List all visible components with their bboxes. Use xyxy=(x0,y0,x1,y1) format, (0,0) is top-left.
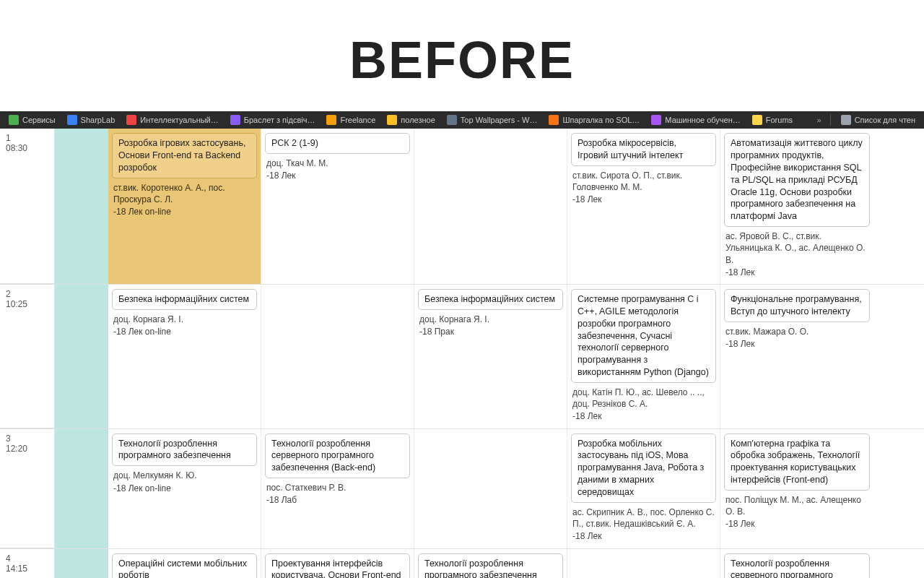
lesson-title-card: РСК 2 (1-9) xyxy=(265,133,410,154)
schedule-cell[interactable]: Безпека інформаційних систем доц. Корнаг… xyxy=(414,285,567,428)
lesson-teacher: пос. Поліщук М. М., ас. Алещенко О. В. xyxy=(724,493,870,517)
bookmark-label: Freelance xyxy=(340,116,375,124)
schedule-cell[interactable]: Функціональне програмування, Вступ до шт… xyxy=(720,285,873,428)
schedule-cell[interactable] xyxy=(414,129,567,284)
bookmark-label: Forums xyxy=(766,116,793,124)
period-ordinal: 4 xyxy=(6,553,11,564)
bookmark-separator xyxy=(830,114,831,126)
schedule-row: 1 08:30 Розробка ігрових застосувань, Ос… xyxy=(0,129,924,285)
schedule-cell[interactable] xyxy=(414,429,567,548)
bookmark-item[interactable]: Браслет з підсвіч… xyxy=(226,113,320,127)
lesson-title-card: Технології розроблення програмного забез… xyxy=(418,553,563,579)
schedule-cell[interactable]: Розробка мікросервісів, Ігровий штучний … xyxy=(567,129,720,284)
schedule-row: 4 14:15 Операційні системи мобільних роб… xyxy=(0,549,924,579)
schedule-cell[interactable]: Операційні системи мобільних роботів доц… xyxy=(108,549,261,579)
schedule-cell[interactable]: Розробка мобільних застосувань під iOS, … xyxy=(567,429,720,548)
lesson-room: -18 Лек xyxy=(724,337,870,350)
bookmark-icon xyxy=(651,115,661,125)
period-time: 10:25 xyxy=(6,299,48,309)
schedule-cell[interactable]: Проектування інтерфейсів користувача, Ос… xyxy=(261,549,414,579)
bookmark-item[interactable]: Интеллектуальный… xyxy=(122,113,222,127)
lesson-title-card: Функціональне програмування, Вступ до шт… xyxy=(724,289,870,322)
bookmark-icon xyxy=(9,115,19,125)
lesson-teacher: пос. Статкевич Р. В. xyxy=(265,481,410,493)
schedule-cell[interactable] xyxy=(261,285,414,428)
bookmark-icon xyxy=(549,115,559,125)
bookmark-item[interactable]: Top Wallpapers - W… xyxy=(443,113,542,127)
bookmark-icon xyxy=(447,115,457,125)
lesson-title-card: Технології розроблення серверного програ… xyxy=(265,434,410,479)
bookmark-item[interactable]: Freelance xyxy=(322,113,380,127)
lesson-title-card: Безпека інформаційних систем xyxy=(418,289,563,310)
lesson-teacher: ас. Скрипник А. В., пос. Орленко С. П., … xyxy=(571,506,716,530)
list-icon xyxy=(841,115,851,125)
lesson-teacher: доц. Корнага Я. І. xyxy=(418,313,563,325)
lesson-room: -18 Лек xyxy=(724,266,870,278)
lesson-teacher: доц. Корнага Я. І. xyxy=(112,313,257,325)
schedule-cell[interactable] xyxy=(567,549,720,579)
schedule-cell[interactable]: Системне програмування C і C++, AGILE ме… xyxy=(567,285,720,428)
bookmark-label: Сервисы xyxy=(22,116,56,124)
schedule-row: 2 10:25 Безпека інформаційних систем доц… xyxy=(0,285,924,429)
lesson-room: -18 Лек on-line xyxy=(112,325,257,337)
lesson-teacher: доц. Мелкумян К. Ю. xyxy=(112,469,257,481)
reading-list-label: Список для чтен xyxy=(855,116,915,124)
bookmark-icon xyxy=(387,115,397,125)
schedule-grid: 1 08:30 Розробка ігрових застосувань, Ос… xyxy=(0,129,924,578)
lesson-teacher: ст.вик. Мажара О. О. xyxy=(724,325,870,337)
page-title: BEFORE xyxy=(0,0,924,111)
lesson-title-card: Комп'ютерна графіка та обробка зображень… xyxy=(724,434,870,491)
lesson-title-card: Безпека інформаційних систем xyxy=(112,289,257,310)
bookmark-icon xyxy=(752,115,762,125)
period-time: 08:30 xyxy=(6,143,48,153)
lesson-title-card: Розробка мікросервісів, Ігровий штучний … xyxy=(571,133,716,166)
lesson-teacher: ас. Яровой В. С., ст.вик. Ульяницька К. … xyxy=(724,230,870,266)
lesson-title-card: Технології розроблення серверного програ… xyxy=(724,553,870,579)
schedule-cell[interactable]: РСК 2 (1-9) доц. Ткач М. М. -18 Лек xyxy=(261,129,414,284)
schedule-cell[interactable]: Автоматизація життєвого циклу програмних… xyxy=(720,129,873,284)
schedule-cell[interactable]: Технології розроблення серверного програ… xyxy=(720,549,873,579)
schedule-cell[interactable]: Технології розроблення програмного забез… xyxy=(414,549,567,579)
spacer-cell xyxy=(55,549,108,579)
lesson-teacher: доц. Ткач М. М. xyxy=(265,157,410,169)
period-ordinal: 1 xyxy=(6,133,11,143)
bookmark-item[interactable]: Сервисы xyxy=(4,113,60,127)
bookmark-item[interactable]: полезное xyxy=(383,113,439,127)
lesson-teacher: ст.вик. Сирота О. П., ст.вик. Головченко… xyxy=(571,169,716,193)
lesson-room: -18 Лаб xyxy=(265,493,410,506)
schedule-cell[interactable]: Комп'ютерна графіка та обробка зображень… xyxy=(720,429,873,548)
bookmark-item[interactable]: Машинное обучен… xyxy=(647,113,744,127)
bookmark-item[interactable]: Шпаргалка по SOL… xyxy=(544,113,644,127)
bookmark-item[interactable]: Forums xyxy=(748,113,797,127)
bookmark-icon xyxy=(230,115,240,125)
bookmark-label: Браслет з підсвіч… xyxy=(244,116,315,124)
lesson-room: -18 Лек on-line xyxy=(112,482,257,494)
lesson-room: -18 Лек on-line xyxy=(112,205,257,217)
reading-list-button[interactable]: Список для чтен xyxy=(837,113,920,127)
lesson-room: -18 Прак xyxy=(418,325,563,337)
bookmark-label: Шпаргалка по SOL… xyxy=(562,116,640,124)
bookmark-bar: Сервисы SharpLab Интеллектуальный… Брасл… xyxy=(0,111,924,129)
period-cell: 2 10:25 xyxy=(0,285,55,428)
bookmark-label: полезное xyxy=(401,116,435,124)
schedule-cell[interactable]: Технології розроблення програмного забез… xyxy=(108,429,261,548)
schedule-cell[interactable]: Безпека інформаційних систем доц. Корнаг… xyxy=(108,285,261,428)
lesson-title-card: Розробка ігрових застосувань, Основи Fro… xyxy=(112,133,257,178)
spacer-cell xyxy=(55,129,108,284)
bookmark-label: Интеллектуальный… xyxy=(140,116,218,124)
spacer-cell xyxy=(55,285,108,428)
bookmark-icon xyxy=(326,115,336,125)
bookmark-overflow-button[interactable]: » xyxy=(814,116,824,124)
period-cell: 4 14:15 xyxy=(0,549,55,579)
bookmark-item[interactable]: SharpLab xyxy=(63,113,120,127)
lesson-room: -18 Лек xyxy=(571,410,716,422)
lesson-room: -18 Лек xyxy=(265,169,410,181)
lesson-teacher: доц. Катін П. Ю., ас. Шевело .. .., доц.… xyxy=(571,386,716,410)
schedule-cell[interactable]: Розробка ігрових застосувань, Основи Fro… xyxy=(108,129,261,284)
period-ordinal: 2 xyxy=(6,289,11,299)
lesson-room: -18 Лек xyxy=(724,517,870,530)
schedule-row: 3 12:20 Технології розроблення програмно… xyxy=(0,429,924,549)
lesson-title-card: Технології розроблення програмного забез… xyxy=(112,434,257,467)
lesson-title-card: Системне програмування C і C++, AGILE ме… xyxy=(571,289,716,383)
schedule-cell[interactable]: Технології розроблення серверного програ… xyxy=(261,429,414,548)
